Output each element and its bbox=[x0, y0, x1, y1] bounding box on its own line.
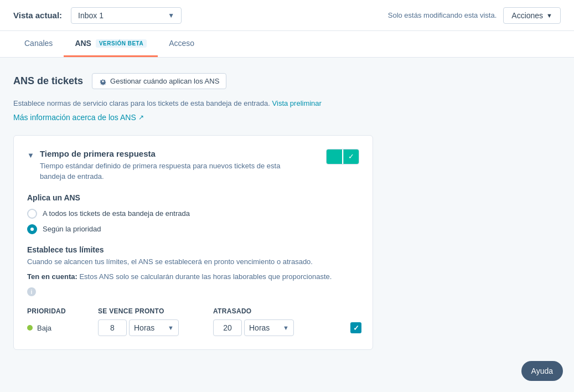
ayuda-button[interactable]: Ayuda bbox=[521, 361, 563, 365]
vista-label: Vista actual: bbox=[13, 11, 62, 20]
tab-canales[interactable]: Canales bbox=[13, 31, 64, 57]
card-collapse-icon[interactable]: ▼ bbox=[27, 151, 34, 159]
acciones-label: Acciones bbox=[511, 11, 543, 20]
table-headers: Prioridad Se vence pronto Atrasado bbox=[27, 307, 359, 315]
gestionar-label: Gestionar cuándo aplican los ANS bbox=[110, 77, 219, 85]
priority-cell: Baja bbox=[27, 324, 94, 332]
tab-acceso-label: Acceso bbox=[169, 39, 194, 48]
atrasado-number-input[interactable] bbox=[213, 319, 242, 336]
top-bar: Vista actual: Inbox 1 ▼ Solo estás modif… bbox=[0, 0, 574, 31]
atrasado-unit-chevron-icon: ▼ bbox=[283, 324, 289, 331]
vence-unit-select[interactable]: Horas ▼ bbox=[129, 319, 179, 336]
row-checkbox[interactable] bbox=[350, 322, 361, 333]
beta-badge: VERSIÓN BETA bbox=[96, 39, 147, 48]
ans-card: ▼ Tiempo de primera respuesta Tiempo est… bbox=[13, 135, 373, 350]
aplica-section: Aplica un ANS A todos los tickets de est… bbox=[27, 193, 359, 234]
col-header-atrasado: Atrasado bbox=[213, 307, 335, 315]
establece-section: Establece tus límites Cuando se alcancen… bbox=[27, 245, 359, 297]
description-static: Establece normas de servicio claras para… bbox=[13, 99, 270, 107]
radio-prioridad[interactable]: Según la prioridad bbox=[27, 224, 359, 234]
external-link-icon: ↗ bbox=[138, 114, 144, 121]
description-text: Establece normas de servicio claras para… bbox=[13, 98, 561, 110]
info-icon[interactable]: i bbox=[27, 287, 36, 296]
ten-en-cuenta-body: Estos ANS solo se calcularán durante las… bbox=[79, 272, 332, 281]
inbox-select[interactable]: Inbox 1 ▼ bbox=[71, 7, 182, 24]
solo-text: Solo estás modificando esta vista. bbox=[388, 11, 497, 19]
more-info-row: Más información acerca de los ANS ↗ bbox=[13, 113, 561, 122]
establece-desc: Cuando se alcancen tus límites, el ANS s… bbox=[27, 257, 359, 266]
main-content: ANS de tickets Gestionar cuándo aplican … bbox=[0, 58, 574, 365]
table-row: Baja Horas ▼ Horas ▼ bbox=[27, 319, 359, 336]
card-header: ▼ Tiempo de primera respuesta Tiempo est… bbox=[27, 149, 359, 182]
radio-todos[interactable]: A todos los tickets de esta bandeja de e… bbox=[27, 209, 359, 219]
radio-prioridad-label: Según la prioridad bbox=[43, 225, 101, 233]
top-bar-right: Solo estás modificando esta vista. Accio… bbox=[388, 7, 561, 24]
col-header-prioridad: Prioridad bbox=[27, 307, 94, 315]
card-header-text: Tiempo de primera respuesta Tiempo están… bbox=[40, 149, 306, 182]
tab-acceso[interactable]: Acceso bbox=[158, 31, 205, 57]
atrasado-unit-select[interactable]: Horas ▼ bbox=[244, 319, 294, 336]
ten-en-cuenta-label: Ten en cuenta: bbox=[27, 272, 77, 281]
tabs-bar: Canales ANS VERSIÓN BETA Acceso bbox=[0, 31, 574, 58]
card-subtitle: Tiempo estándar definido de primera resp… bbox=[40, 161, 306, 182]
card-header-left: ▼ Tiempo de primera respuesta Tiempo est… bbox=[27, 149, 306, 182]
vista-prelim-link[interactable]: Vista preliminar bbox=[272, 99, 322, 107]
col-header-vence: Se vence pronto bbox=[98, 307, 209, 315]
acciones-chevron-icon: ▼ bbox=[546, 12, 552, 19]
ten-en-cuenta-text: Ten en cuenta: Estos ANS solo se calcula… bbox=[27, 271, 359, 282]
inbox-select-chevron-icon: ▼ bbox=[168, 12, 174, 19]
more-info-link[interactable]: Más información acerca de los ANS bbox=[13, 113, 136, 122]
gear-icon bbox=[99, 78, 107, 85]
vence-unit-chevron-icon: ▼ bbox=[168, 324, 174, 331]
radio-todos-label: A todos los tickets de esta bandeja de e… bbox=[43, 209, 190, 218]
tab-ans-label: ANS bbox=[75, 39, 91, 48]
radio-prioridad-circle bbox=[27, 224, 37, 234]
toggle-on-indicator bbox=[327, 149, 342, 164]
toggle-check-button[interactable]: ✓ bbox=[343, 149, 359, 164]
vence-input-group: Horas ▼ bbox=[98, 319, 209, 336]
tab-ans[interactable]: ANS VERSIÓN BETA bbox=[64, 31, 158, 57]
establece-title: Establece tus límites bbox=[27, 245, 359, 254]
vence-number-input[interactable] bbox=[98, 319, 127, 336]
card-title: Tiempo de primera respuesta bbox=[40, 149, 306, 158]
priority-dot bbox=[27, 325, 33, 331]
inbox-select-value: Inbox 1 bbox=[78, 11, 104, 20]
checkbox-cell bbox=[339, 322, 373, 333]
section-title: ANS de tickets bbox=[13, 75, 83, 87]
gestionar-button[interactable]: Gestionar cuándo aplican los ANS bbox=[92, 73, 226, 89]
vence-unit-value: Horas bbox=[134, 323, 154, 332]
section-title-row: ANS de tickets Gestionar cuándo aplican … bbox=[13, 73, 561, 89]
radio-todos-circle bbox=[27, 209, 37, 219]
priority-label: Baja bbox=[37, 324, 51, 332]
tab-canales-label: Canales bbox=[24, 39, 53, 48]
aplica-title: Aplica un ANS bbox=[27, 193, 359, 202]
atrasado-input-group: Horas ▼ bbox=[213, 319, 335, 336]
atrasado-unit-value: Horas bbox=[249, 323, 270, 332]
acciones-button[interactable]: Acciones ▼ bbox=[503, 7, 561, 24]
toggle-container[interactable]: ✓ bbox=[326, 149, 359, 164]
